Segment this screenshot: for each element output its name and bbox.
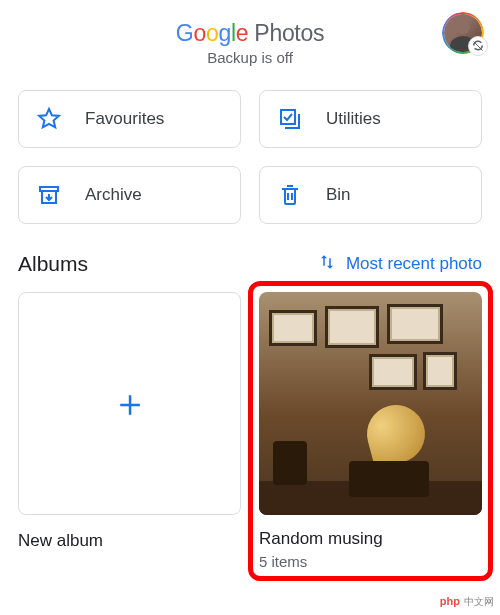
watermark: php中文网 xyxy=(436,595,494,609)
star-icon xyxy=(37,107,61,131)
favourites-tile[interactable]: Favourites xyxy=(18,90,241,148)
archive-tile[interactable]: Archive xyxy=(18,166,241,224)
albums-section-title: Albums xyxy=(18,252,88,276)
trash-icon xyxy=(278,183,302,207)
google-photos-logo: Google Photos xyxy=(176,20,324,47)
album-thumbnail xyxy=(259,292,482,515)
album-card[interactable]: Random musing 5 items xyxy=(259,292,482,570)
album-title: Random musing xyxy=(259,529,482,549)
archive-label: Archive xyxy=(85,185,142,205)
sort-label: Most recent photo xyxy=(346,254,482,274)
utilities-icon xyxy=(278,107,302,131)
svg-rect-1 xyxy=(281,110,295,124)
sort-button[interactable]: Most recent photo xyxy=(318,253,482,276)
utilities-label: Utilities xyxy=(326,109,381,129)
new-album-label: New album xyxy=(18,531,241,551)
album-highlight: Random musing 5 items xyxy=(248,281,493,581)
app-header: Google Photos Backup is off xyxy=(18,0,482,80)
new-album-card[interactable]: ＋ New album xyxy=(18,292,241,570)
album-item-count: 5 items xyxy=(259,553,482,570)
backup-status: Backup is off xyxy=(176,49,324,66)
sync-off-badge-icon xyxy=(468,36,488,56)
plus-icon: ＋ xyxy=(111,378,149,429)
bin-label: Bin xyxy=(326,185,351,205)
account-avatar[interactable] xyxy=(444,14,482,52)
bin-tile[interactable]: Bin xyxy=(259,166,482,224)
sort-icon xyxy=(318,253,336,276)
archive-icon xyxy=(37,183,61,207)
utilities-tile[interactable]: Utilities xyxy=(259,90,482,148)
favourites-label: Favourites xyxy=(85,109,164,129)
